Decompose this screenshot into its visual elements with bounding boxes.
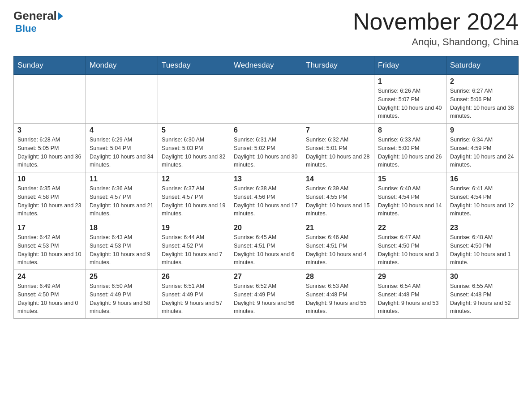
day-info: Sunrise: 6:43 AMSunset: 4:53 PMDaylight:… bbox=[90, 233, 154, 267]
logo-general-text: General bbox=[13, 9, 57, 23]
day-info: Sunrise: 6:49 AMSunset: 4:50 PMDaylight:… bbox=[17, 282, 82, 316]
day-info: Sunrise: 6:26 AMSunset: 5:07 PMDaylight:… bbox=[378, 87, 442, 120]
calendar-cell: 12Sunrise: 6:37 AMSunset: 4:57 PMDayligh… bbox=[158, 172, 230, 221]
day-info: Sunrise: 6:34 AMSunset: 4:59 PMDaylight:… bbox=[450, 136, 515, 169]
calendar-week-row: 3Sunrise: 6:28 AMSunset: 5:05 PMDaylight… bbox=[14, 124, 519, 172]
weekday-header-tuesday: Tuesday bbox=[158, 56, 230, 75]
day-number: 24 bbox=[17, 273, 82, 281]
day-number: 6 bbox=[234, 126, 298, 134]
logo-blue-text: Blue bbox=[15, 23, 37, 34]
calendar-week-row: 24Sunrise: 6:49 AMSunset: 4:50 PMDayligh… bbox=[14, 270, 519, 319]
calendar-table: SundayMondayTuesdayWednesdayThursdayFrid… bbox=[13, 56, 519, 319]
weekday-header-monday: Monday bbox=[86, 56, 158, 75]
day-info: Sunrise: 6:50 AMSunset: 4:49 PMDaylight:… bbox=[90, 282, 154, 316]
day-info: Sunrise: 6:36 AMSunset: 4:57 PMDaylight:… bbox=[90, 184, 154, 218]
day-info: Sunrise: 6:31 AMSunset: 5:02 PMDaylight:… bbox=[234, 136, 298, 169]
day-number: 7 bbox=[306, 126, 370, 134]
calendar-cell: 4Sunrise: 6:29 AMSunset: 5:04 PMDaylight… bbox=[86, 124, 158, 172]
logo-arrow-icon bbox=[58, 12, 63, 20]
day-info: Sunrise: 6:38 AMSunset: 4:56 PMDaylight:… bbox=[234, 184, 298, 218]
day-number: 23 bbox=[450, 224, 515, 232]
calendar-cell: 9Sunrise: 6:34 AMSunset: 4:59 PMDaylight… bbox=[446, 124, 519, 172]
day-info: Sunrise: 6:46 AMSunset: 4:51 PMDaylight:… bbox=[306, 233, 370, 267]
day-info: Sunrise: 6:51 AMSunset: 4:49 PMDaylight:… bbox=[162, 282, 226, 316]
weekday-header-friday: Friday bbox=[374, 56, 446, 75]
calendar-cell: 15Sunrise: 6:40 AMSunset: 4:54 PMDayligh… bbox=[374, 172, 446, 221]
day-info: Sunrise: 6:45 AMSunset: 4:51 PMDaylight:… bbox=[234, 233, 298, 267]
calendar-cell: 16Sunrise: 6:41 AMSunset: 4:54 PMDayligh… bbox=[446, 172, 519, 221]
day-number: 13 bbox=[234, 175, 298, 183]
day-number: 8 bbox=[378, 126, 442, 134]
calendar-cell: 11Sunrise: 6:36 AMSunset: 4:57 PMDayligh… bbox=[86, 172, 158, 221]
day-number: 25 bbox=[90, 273, 154, 281]
day-number: 1 bbox=[378, 77, 442, 86]
calendar-cell: 17Sunrise: 6:42 AMSunset: 4:53 PMDayligh… bbox=[14, 221, 86, 270]
day-number: 14 bbox=[306, 175, 370, 183]
calendar-cell: 1Sunrise: 6:26 AMSunset: 5:07 PMDaylight… bbox=[374, 75, 446, 124]
day-info: Sunrise: 6:44 AMSunset: 4:52 PMDaylight:… bbox=[162, 233, 226, 267]
weekday-header-wednesday: Wednesday bbox=[230, 56, 302, 75]
calendar-cell: 26Sunrise: 6:51 AMSunset: 4:49 PMDayligh… bbox=[158, 270, 230, 319]
calendar-cell: 14Sunrise: 6:39 AMSunset: 4:55 PMDayligh… bbox=[302, 172, 374, 221]
day-number: 30 bbox=[450, 273, 515, 281]
day-number: 10 bbox=[17, 175, 82, 183]
calendar-cell: 28Sunrise: 6:53 AMSunset: 4:48 PMDayligh… bbox=[302, 270, 374, 319]
calendar-cell bbox=[158, 75, 230, 124]
calendar-cell: 2Sunrise: 6:27 AMSunset: 5:06 PMDaylight… bbox=[446, 75, 519, 124]
day-info: Sunrise: 6:39 AMSunset: 4:55 PMDaylight:… bbox=[306, 184, 370, 218]
calendar-cell: 20Sunrise: 6:45 AMSunset: 4:51 PMDayligh… bbox=[230, 221, 302, 270]
calendar-cell bbox=[230, 75, 302, 124]
calendar-cell: 27Sunrise: 6:52 AMSunset: 4:49 PMDayligh… bbox=[230, 270, 302, 319]
calendar-cell: 30Sunrise: 6:55 AMSunset: 4:48 PMDayligh… bbox=[446, 270, 519, 319]
page-header: General Blue November 2024 Anqiu, Shando… bbox=[13, 9, 519, 48]
day-number: 5 bbox=[162, 126, 226, 134]
day-info: Sunrise: 6:33 AMSunset: 5:00 PMDaylight:… bbox=[378, 136, 442, 169]
day-number: 15 bbox=[378, 175, 442, 183]
calendar-cell: 24Sunrise: 6:49 AMSunset: 4:50 PMDayligh… bbox=[14, 270, 86, 319]
calendar-cell: 19Sunrise: 6:44 AMSunset: 4:52 PMDayligh… bbox=[158, 221, 230, 270]
calendar-cell: 23Sunrise: 6:48 AMSunset: 4:50 PMDayligh… bbox=[446, 221, 519, 270]
weekday-header-thursday: Thursday bbox=[302, 56, 374, 75]
day-info: Sunrise: 6:42 AMSunset: 4:53 PMDaylight:… bbox=[17, 233, 82, 267]
calendar-cell: 6Sunrise: 6:31 AMSunset: 5:02 PMDaylight… bbox=[230, 124, 302, 172]
day-number: 17 bbox=[17, 224, 82, 232]
day-number: 9 bbox=[450, 126, 515, 134]
day-number: 3 bbox=[17, 126, 82, 134]
day-info: Sunrise: 6:35 AMSunset: 4:58 PMDaylight:… bbox=[17, 184, 82, 218]
day-number: 21 bbox=[306, 224, 370, 232]
calendar-cell: 21Sunrise: 6:46 AMSunset: 4:51 PMDayligh… bbox=[302, 221, 374, 270]
weekday-header-saturday: Saturday bbox=[446, 56, 519, 75]
weekday-header-row: SundayMondayTuesdayWednesdayThursdayFrid… bbox=[14, 56, 519, 75]
calendar-cell: 10Sunrise: 6:35 AMSunset: 4:58 PMDayligh… bbox=[14, 172, 86, 221]
day-number: 12 bbox=[162, 175, 226, 183]
calendar-week-row: 1Sunrise: 6:26 AMSunset: 5:07 PMDaylight… bbox=[14, 75, 519, 124]
day-number: 26 bbox=[162, 273, 226, 281]
day-info: Sunrise: 6:55 AMSunset: 4:48 PMDaylight:… bbox=[450, 282, 515, 316]
calendar-cell bbox=[86, 75, 158, 124]
day-info: Sunrise: 6:27 AMSunset: 5:06 PMDaylight:… bbox=[450, 87, 515, 120]
day-info: Sunrise: 6:48 AMSunset: 4:50 PMDaylight:… bbox=[450, 233, 515, 267]
day-number: 27 bbox=[234, 273, 298, 281]
day-number: 20 bbox=[234, 224, 298, 232]
day-info: Sunrise: 6:32 AMSunset: 5:01 PMDaylight:… bbox=[306, 136, 370, 169]
day-info: Sunrise: 6:29 AMSunset: 5:04 PMDaylight:… bbox=[90, 136, 154, 169]
calendar-cell: 8Sunrise: 6:33 AMSunset: 5:00 PMDaylight… bbox=[374, 124, 446, 172]
location-subtitle: Anqiu, Shandong, China bbox=[353, 36, 519, 48]
calendar-cell: 22Sunrise: 6:47 AMSunset: 4:50 PMDayligh… bbox=[374, 221, 446, 270]
day-info: Sunrise: 6:54 AMSunset: 4:48 PMDaylight:… bbox=[378, 282, 442, 316]
calendar-cell bbox=[302, 75, 374, 124]
calendar-cell: 29Sunrise: 6:54 AMSunset: 4:48 PMDayligh… bbox=[374, 270, 446, 319]
calendar-cell: 7Sunrise: 6:32 AMSunset: 5:01 PMDaylight… bbox=[302, 124, 374, 172]
day-info: Sunrise: 6:28 AMSunset: 5:05 PMDaylight:… bbox=[17, 136, 82, 169]
calendar-week-row: 10Sunrise: 6:35 AMSunset: 4:58 PMDayligh… bbox=[14, 172, 519, 221]
day-info: Sunrise: 6:30 AMSunset: 5:03 PMDaylight:… bbox=[162, 136, 226, 169]
day-info: Sunrise: 6:47 AMSunset: 4:50 PMDaylight:… bbox=[378, 233, 442, 267]
day-info: Sunrise: 6:37 AMSunset: 4:57 PMDaylight:… bbox=[162, 184, 226, 218]
day-info: Sunrise: 6:52 AMSunset: 4:49 PMDaylight:… bbox=[234, 282, 298, 316]
day-number: 4 bbox=[90, 126, 154, 134]
title-area: November 2024 Anqiu, Shandong, China bbox=[353, 9, 519, 48]
logo: General bbox=[13, 9, 64, 23]
month-year-title: November 2024 bbox=[353, 9, 519, 34]
calendar-cell: 13Sunrise: 6:38 AMSunset: 4:56 PMDayligh… bbox=[230, 172, 302, 221]
day-number: 2 bbox=[450, 77, 515, 86]
